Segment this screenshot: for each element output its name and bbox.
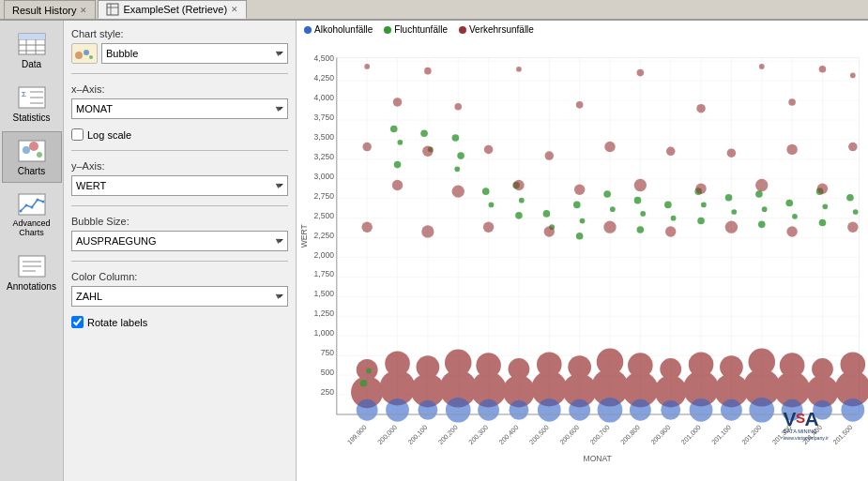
y-axis-select[interactable]: WERT MONAT ZAHL [71, 175, 288, 196]
svg-point-181 [424, 68, 432, 75]
svg-text:2,250: 2,250 [314, 231, 335, 240]
rotate-labels-label[interactable]: Rotate labels [87, 317, 147, 328]
sidebar-item-annotations[interactable]: Annotations [2, 247, 62, 298]
svg-text:4,250: 4,250 [314, 73, 335, 83]
sidebar-item-data[interactable]: Data [2, 24, 62, 76]
svg-point-94 [445, 350, 472, 377]
svg-point-174 [792, 214, 798, 219]
svg-point-201 [392, 180, 403, 190]
svg-point-90 [385, 351, 410, 376]
svg-point-171 [762, 206, 768, 212]
svg-point-217 [847, 221, 858, 232]
svg-text:200,800: 200,800 [619, 424, 642, 446]
svg-point-157 [576, 233, 584, 240]
svg-point-149 [489, 203, 495, 208]
svg-point-121 [357, 399, 378, 421]
color-column-select-wrapper: ZAHL MONAT WERT [71, 286, 288, 307]
svg-point-191 [788, 98, 796, 106]
svg-point-29 [75, 52, 83, 59]
sidebar-item-advanced-charts[interactable]: Advanced Charts [2, 185, 62, 245]
x-axis-select[interactable]: MONAT ZAHL WERT [71, 98, 288, 119]
svg-point-137 [841, 398, 864, 422]
content-area: Data Σ Statistics Charts Ad [0, 21, 868, 481]
svg-point-193 [422, 146, 433, 157]
divider-3 [71, 205, 288, 206]
x-axis-select-wrapper: MONAT ZAHL WERT [71, 98, 288, 119]
legend-item-verkehr: Verkehrsunfälle [459, 24, 534, 35]
log-scale-checkbox[interactable] [71, 128, 84, 141]
svg-text:4,000: 4,000 [314, 93, 335, 102]
svg-text:200,000: 200,000 [376, 424, 399, 446]
svg-point-116 [780, 353, 805, 378]
svg-point-140 [390, 126, 398, 133]
svg-point-179 [853, 209, 859, 215]
svg-point-189 [576, 101, 584, 109]
svg-point-192 [362, 143, 372, 152]
svg-point-147 [454, 166, 460, 172]
svg-point-180 [364, 64, 370, 69]
chart-style-select[interactable]: Bubble Bar Line Pie Scatter [101, 43, 288, 64]
svg-point-92 [417, 355, 440, 379]
tab-close-exampleset[interactable]: ✕ [231, 5, 238, 14]
svg-point-30 [84, 50, 89, 55]
svg-point-195 [545, 151, 555, 160]
svg-point-143 [420, 129, 428, 137]
svg-point-209 [361, 221, 372, 232]
svg-point-126 [509, 400, 528, 420]
svg-point-187 [393, 98, 403, 107]
svg-point-168 [725, 194, 733, 202]
svg-point-167 [697, 218, 705, 225]
chart-icon [17, 138, 47, 164]
svg-point-198 [727, 148, 737, 158]
legend-dot-flucht [384, 26, 391, 34]
tab-label: Result History [12, 5, 76, 16]
svg-point-182 [516, 67, 522, 72]
color-column-select[interactable]: ZAHL MONAT WERT [71, 286, 288, 307]
svg-point-24 [41, 201, 44, 203]
svg-point-213 [603, 221, 616, 233]
sidebar-label-data: Data [22, 59, 41, 69]
sidebar-item-charts[interactable]: Charts [2, 131, 62, 183]
svg-point-197 [666, 147, 676, 157]
bubble-size-select[interactable]: AUSPRAEGUNG ZAHL WERT [71, 231, 288, 251]
legend-label-verkehr: Verkehrsunfälle [469, 24, 534, 35]
svg-point-178 [846, 194, 854, 202]
log-scale-label[interactable]: Log scale [87, 129, 131, 141]
svg-text:250: 250 [321, 387, 335, 397]
legend-label-flucht: Fluchtunfälle [394, 24, 448, 35]
svg-point-212 [544, 226, 555, 236]
svg-point-185 [819, 66, 827, 73]
tab-exampleset[interactable]: ExampleSet (Retrieve) ✕ [98, 0, 247, 19]
svg-point-20 [19, 210, 22, 213]
svg-point-153 [543, 210, 551, 218]
svg-point-23 [36, 199, 38, 202]
rotate-labels-checkbox[interactable] [71, 316, 84, 328]
svg-text:199,900: 199,900 [346, 424, 369, 446]
svg-point-160 [634, 197, 642, 204]
svg-point-146 [457, 152, 464, 159]
svg-text:WERT: WERT [299, 223, 309, 248]
bubble-size-group: Bubble Size: AUSPRAEGUNG ZAHL WERT [71, 216, 288, 251]
svg-point-134 [749, 398, 774, 423]
sidebar-item-statistics[interactable]: Σ Statistics [2, 78, 62, 129]
sidebar-label-annotations: Annotations [7, 281, 56, 292]
svg-point-112 [720, 355, 743, 379]
svg-point-206 [695, 184, 706, 194]
svg-point-210 [421, 225, 434, 237]
svg-point-21 [24, 204, 27, 207]
chart-inner: 4,500 4,250 4,000 3,750 3,500 3,250 3,00… [297, 38, 868, 478]
svg-text:A: A [804, 408, 818, 429]
svg-text:200,600: 200,600 [558, 424, 581, 446]
svg-text:3,000: 3,000 [314, 172, 335, 181]
legend-dot-verkehr [459, 26, 466, 34]
svg-point-16 [23, 146, 30, 154]
tab-label-exampleset: ExampleSet (Retrieve) [123, 4, 227, 15]
svg-point-158 [603, 190, 611, 198]
svg-point-208 [817, 184, 828, 194]
tab-close-result-history[interactable]: ✕ [80, 6, 87, 15]
svg-point-204 [574, 185, 585, 195]
svg-point-120 [841, 352, 866, 377]
control-panel: Chart style: Bubble Bar Line Pie Scatter [64, 21, 297, 481]
tab-result-history[interactable]: Result History ✕ [4, 0, 96, 19]
svg-point-100 [537, 352, 562, 377]
